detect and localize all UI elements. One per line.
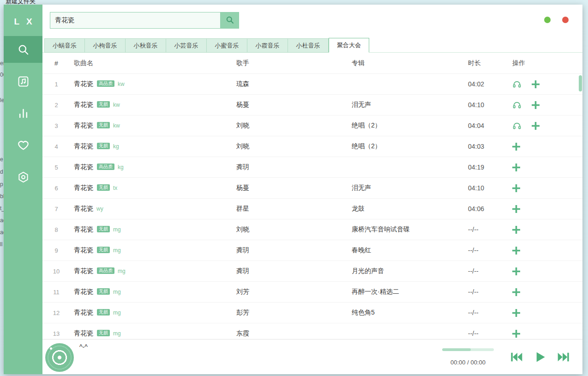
add-button[interactable]	[512, 184, 520, 192]
scrollbar-thumb[interactable]	[579, 75, 582, 91]
source-tag: tx	[113, 185, 117, 191]
tab-聚合大会[interactable]: 聚合大会	[329, 38, 369, 53]
sidebar-item-settings[interactable]	[4, 164, 42, 190]
source-tag: mg	[118, 268, 126, 274]
song-name-cell: 青花瓷无损mg	[70, 246, 236, 255]
sidebar-item-my-music[interactable]	[4, 68, 42, 95]
table-row[interactable]: 13青花瓷无损mg东霞--/--	[42, 323, 582, 339]
add-button[interactable]	[512, 267, 520, 275]
chart-bars-icon	[17, 107, 30, 120]
artist-name: 群星	[236, 205, 352, 213]
listen-headphone-button[interactable]	[512, 79, 522, 89]
add-button[interactable]	[512, 205, 520, 213]
song-name: 青花瓷	[74, 246, 93, 255]
row-index: 10	[42, 268, 70, 275]
sidebar-item-leaderboard[interactable]	[4, 100, 42, 127]
duration: 04:03	[468, 143, 512, 150]
action-cell	[512, 121, 582, 130]
song-name-cell: 青花瓷高品质kg	[70, 163, 236, 171]
tab-小杜音乐[interactable]: 小杜音乐	[288, 38, 329, 53]
add-button[interactable]	[512, 226, 520, 234]
add-button[interactable]	[512, 247, 520, 255]
sidebar-item-search[interactable]	[4, 36, 42, 63]
table-row[interactable]: 3青花瓷无损kw刘晓绝唱（2）04:04	[42, 115, 582, 136]
tab-小蜜音乐[interactable]: 小蜜音乐	[207, 38, 247, 53]
tab-小芸音乐[interactable]: 小芸音乐	[166, 38, 207, 53]
song-name: 青花瓷	[74, 329, 93, 338]
source-tag: mg	[113, 289, 121, 295]
progress-bar[interactable]	[442, 348, 494, 351]
album-disc[interactable]	[45, 343, 74, 372]
table-row[interactable]: 10青花瓷高品质mg龚玥月光的声音--/--	[42, 261, 582, 282]
player-controls	[509, 350, 571, 364]
artist-name: 刘晓	[236, 142, 352, 151]
previous-track-button[interactable]	[509, 350, 523, 364]
action-cell	[512, 309, 582, 317]
duration: 04:04	[468, 122, 512, 129]
listen-headphone-button[interactable]	[512, 121, 522, 130]
tab-小霞音乐[interactable]: 小霞音乐	[247, 38, 288, 53]
close-dot-button[interactable]	[562, 17, 569, 23]
header-index: #	[42, 60, 70, 67]
add-button[interactable]	[512, 330, 520, 338]
artist-name: 彭芳	[236, 309, 352, 317]
quality-badge: 无损	[97, 101, 110, 108]
tab-小秋音乐[interactable]: 小秋音乐	[126, 38, 166, 53]
source-tag: kg	[118, 164, 124, 170]
progress-fill	[442, 348, 471, 351]
quality-badge: 无损	[97, 330, 110, 336]
artist-name: 杨蔓	[236, 184, 352, 192]
search-input[interactable]	[50, 12, 221, 29]
add-button[interactable]	[512, 164, 520, 171]
action-cell	[512, 267, 582, 275]
add-button[interactable]	[512, 288, 520, 296]
artist-name: 杨蔓	[236, 101, 352, 109]
duration: 04:10	[468, 184, 512, 192]
table-row[interactable]: 7青花瓷wy群星龙鼓04:06	[42, 199, 582, 219]
add-button[interactable]	[512, 143, 520, 151]
play-button[interactable]	[533, 350, 547, 364]
artist-name: 龚玥	[236, 246, 352, 255]
table-row[interactable]: 1青花瓷高品质kw琉森04:02	[42, 74, 582, 95]
duration: --/--	[468, 309, 512, 316]
table-row[interactable]: 9青花瓷无损mg龚玥春晚红--/--	[42, 240, 582, 261]
header-artist: 歌手	[236, 59, 352, 67]
table-row[interactable]: 6青花瓷无损tx杨蔓泪无声04:10	[42, 178, 582, 199]
table-row[interactable]: 12青花瓷无损mg彭芳纯色角5--/--	[42, 303, 582, 323]
table-row[interactable]: 8青花瓷无损mg刘晓康桥汽车音响试音碟--/--	[42, 219, 582, 240]
song-name-cell: 青花瓷无损mg	[70, 225, 236, 234]
table-row[interactable]: 5青花瓷高品质kg龚玥04:19	[42, 157, 582, 178]
album-name: 绝唱（2）	[352, 142, 468, 151]
source-tag: kg	[113, 143, 119, 150]
player-status-text: ^-^	[74, 340, 442, 351]
duration: --/--	[468, 288, 512, 296]
table-row[interactable]: 4青花瓷无损kg刘晓绝唱（2）04:03	[42, 136, 582, 157]
tab-小蜗音乐[interactable]: 小蜗音乐	[44, 38, 85, 53]
minimize-dot-button[interactable]	[544, 17, 551, 23]
sidebar-item-favorites[interactable]	[4, 132, 42, 158]
action-cell	[512, 79, 582, 89]
row-index: 2	[42, 102, 70, 109]
tab-小枸音乐[interactable]: 小枸音乐	[85, 38, 126, 53]
table-row[interactable]: 2青花瓷无损kw杨蔓泪无声04:10	[42, 95, 582, 115]
table-row[interactable]: 11青花瓷无损mg刘芳再醉一次·精选二--/--	[42, 282, 582, 303]
add-button[interactable]	[532, 101, 540, 109]
album-name: 绝唱（2）	[352, 121, 468, 130]
duration: 04:02	[468, 80, 512, 88]
heart-icon	[17, 139, 30, 152]
duration: 04:06	[468, 205, 512, 212]
song-name: 青花瓷	[74, 205, 93, 213]
search-button[interactable]	[221, 12, 239, 29]
action-cell	[512, 226, 582, 234]
quality-badge: 无损	[97, 143, 110, 149]
add-button[interactable]	[532, 80, 540, 88]
listen-headphone-button[interactable]	[512, 100, 522, 109]
next-track-button[interactable]	[557, 350, 571, 364]
artist-name: 刘晓	[236, 225, 352, 234]
next-icon	[557, 350, 571, 364]
song-name: 青花瓷	[74, 80, 93, 88]
progress-area: 00:00 / 00:00	[442, 348, 494, 366]
add-button[interactable]	[532, 122, 540, 130]
add-button[interactable]	[512, 309, 520, 317]
song-name-cell: 青花瓷高品质kw	[70, 80, 236, 88]
